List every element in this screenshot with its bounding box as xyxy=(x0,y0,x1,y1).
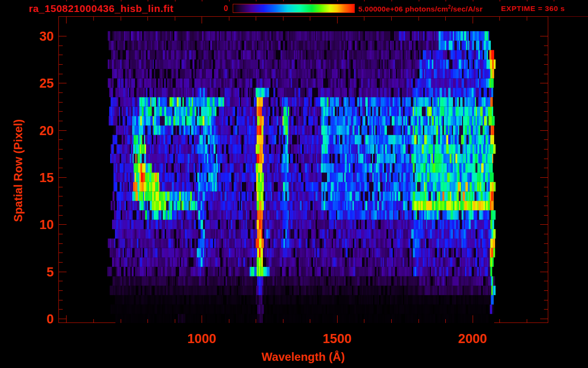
colorbar-gradient xyxy=(233,4,354,12)
y-tick-left xyxy=(59,262,63,263)
x-tick-label: 1000 xyxy=(168,332,235,346)
window-top-tick xyxy=(147,0,148,1)
x-tick-top xyxy=(121,17,121,21)
y-tick-right xyxy=(544,196,548,196)
x-tick-bottom xyxy=(66,315,67,323)
top-frame-extension xyxy=(548,16,588,17)
x-tick-bottom xyxy=(310,319,310,323)
x-tick-bottom xyxy=(337,315,338,323)
y-tick-left xyxy=(59,206,63,206)
y-tick-left xyxy=(59,83,67,83)
y-tick-right xyxy=(544,262,548,263)
y-tick-label: 0 xyxy=(25,312,54,327)
window-top-tick xyxy=(499,0,500,1)
y-tick-left xyxy=(59,121,63,121)
x-tick-top xyxy=(147,17,148,21)
y-tick-left xyxy=(59,309,63,310)
y-tick-left xyxy=(59,36,67,36)
y-tick-left xyxy=(59,102,63,103)
y-tick-left xyxy=(59,187,63,187)
window-top-tick xyxy=(175,0,176,1)
x-tick-bottom xyxy=(283,319,283,323)
x-tick-top xyxy=(256,17,256,21)
y-tick-right xyxy=(544,243,548,244)
x-tick-top xyxy=(418,17,419,21)
x-axis-title: Wavelength (Å) xyxy=(261,350,345,364)
exptime-label: EXPTIME = 360 s xyxy=(501,4,565,13)
x-tick-bottom xyxy=(147,319,148,323)
y-tick-label: 30 xyxy=(25,29,54,44)
y-tick-left xyxy=(59,46,63,46)
x-tick-bottom xyxy=(256,319,256,323)
x-tick-top xyxy=(364,17,364,21)
y-tick-left xyxy=(59,55,63,55)
y-tick-right xyxy=(544,234,548,234)
y-tick-left xyxy=(59,74,63,74)
x-tick-top xyxy=(66,17,67,23)
x-tick-top xyxy=(202,17,202,23)
x-tick-bottom xyxy=(391,319,392,323)
window-top-tick xyxy=(473,0,474,1)
y-tick-right xyxy=(540,224,548,225)
x-tick-bottom xyxy=(445,319,446,323)
y-tick-left xyxy=(59,177,67,178)
window-top-tick xyxy=(391,0,392,1)
y-tick-left xyxy=(59,319,67,319)
y-tick-label: 20 xyxy=(25,124,54,138)
window-top-tick xyxy=(445,0,446,1)
y-tick-left xyxy=(59,111,63,112)
y-tick-right xyxy=(544,92,548,93)
x-tick-bottom xyxy=(364,319,364,323)
x-tick-top xyxy=(229,17,229,21)
window-top-tick xyxy=(527,0,528,1)
x-tick-top xyxy=(175,17,175,21)
y-tick-right xyxy=(540,272,548,272)
y-tick-label: 10 xyxy=(25,218,54,232)
y-tick-left xyxy=(59,196,63,196)
y-tick-left xyxy=(59,92,63,93)
x-tick-bottom xyxy=(121,319,121,323)
spectral-image-viewer: ra_150821000436_hisb_lin.fit 0 5.00000e+… xyxy=(0,0,588,368)
window-top-tick xyxy=(310,0,311,1)
y-tick-right xyxy=(544,309,548,310)
x-tick-label: 1500 xyxy=(304,332,371,346)
colorbar-max-label: 5.00000e+06 photons/cm2/sec/A/sr xyxy=(358,4,483,13)
y-tick-left xyxy=(59,300,63,300)
x-tick-bottom xyxy=(202,315,202,323)
y-tick-right xyxy=(544,281,548,281)
x-tick-top xyxy=(473,17,473,23)
y-tick-right xyxy=(544,215,548,216)
y-tick-label: 5 xyxy=(25,265,54,280)
colorbar-units-suffix: /sec/A/sr xyxy=(451,5,482,13)
y-tick-left xyxy=(59,64,63,65)
x-tick-bottom xyxy=(93,319,94,323)
y-tick-left xyxy=(59,253,63,253)
y-tick-right xyxy=(544,290,548,291)
x-tick-top xyxy=(93,17,94,21)
y-axis-title: Spatial Row (Pixel) xyxy=(11,119,25,222)
x-tick-top xyxy=(527,17,527,21)
y-tick-right xyxy=(544,102,548,103)
colorbar-max-value: 5.00000e+06 photons/cm xyxy=(358,5,448,13)
y-tick-right xyxy=(540,130,548,131)
window-top-tick xyxy=(364,0,365,1)
y-tick-label: 15 xyxy=(25,171,54,185)
y-tick-left xyxy=(59,234,63,234)
file-title: ra_150821000436_hisb_lin.fit xyxy=(29,3,173,14)
y-tick-right xyxy=(540,177,548,178)
y-tick-right xyxy=(544,64,548,65)
x-tick-top xyxy=(310,17,310,21)
y-tick-left xyxy=(59,281,63,281)
y-tick-right xyxy=(544,206,548,206)
x-tick-bottom xyxy=(499,319,500,323)
x-tick-top xyxy=(283,17,283,21)
x-tick-bottom xyxy=(175,319,175,323)
colorbar-min-label: 0 xyxy=(206,4,228,13)
y-tick-left xyxy=(59,168,63,168)
x-tick-label: 2000 xyxy=(439,332,506,346)
x-tick-top xyxy=(445,17,446,21)
window-top-tick xyxy=(229,0,230,1)
window-top-tick xyxy=(121,0,122,1)
y-tick-right xyxy=(544,159,548,159)
window-top-tick xyxy=(66,0,67,1)
